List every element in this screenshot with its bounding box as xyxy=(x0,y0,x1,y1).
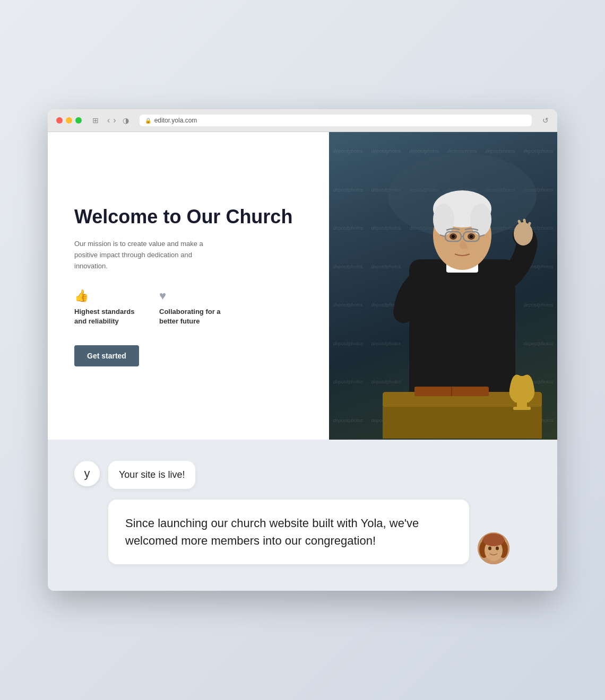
browser-window: ⊞ ‹ › ◑ 🔒 editor.yola.com ↺ Welcome to O… xyxy=(48,109,557,591)
browser-dots xyxy=(56,117,82,124)
get-started-button[interactable]: Get started xyxy=(74,345,139,366)
hero-description: Our mission is to create value and make … xyxy=(74,239,223,272)
live-message-text: Your site is live! xyxy=(119,469,185,480)
back-button[interactable]: ‹ xyxy=(107,116,110,125)
svg-point-35 xyxy=(483,533,504,546)
chat-message-row-testimonial: Since launching our church website built… xyxy=(74,500,531,564)
svg-line-20 xyxy=(524,220,525,224)
hero-image: depositphotos depositphotos depositphoto… xyxy=(329,132,557,440)
browser-nav: ‹ › xyxy=(107,116,116,125)
testimonial-text: Since launching our church website built… xyxy=(125,517,419,547)
hero-title: Welcome to Our Church xyxy=(74,205,302,228)
lock-icon: 🔒 xyxy=(145,118,151,124)
chat-message-row-live: y Your site is live! xyxy=(74,461,531,489)
svg-point-17 xyxy=(470,235,473,238)
thumbsup-icon: 👍 xyxy=(74,289,138,303)
address-bar[interactable]: 🔒 editor.yola.com xyxy=(140,115,532,126)
dot-close[interactable] xyxy=(56,117,63,124)
feature-label-standards: Highest standards and reliability xyxy=(74,307,138,326)
feature-item-collaborate: ♥ Collaborating for a better future xyxy=(159,289,223,326)
svg-line-21 xyxy=(529,223,530,226)
svg-point-34 xyxy=(496,547,499,550)
theme-icon[interactable]: ◑ xyxy=(123,116,129,125)
svg-rect-24 xyxy=(517,402,527,407)
testimonial-bubble: Since launching our church website built… xyxy=(108,500,469,564)
forward-button[interactable]: › xyxy=(113,116,116,125)
yola-avatar: y xyxy=(74,461,100,486)
svg-line-19 xyxy=(519,221,521,225)
dot-minimize[interactable] xyxy=(66,117,72,124)
svg-point-16 xyxy=(452,235,455,238)
features-row: 👍 Highest standards and reliability ♥ Co… xyxy=(74,289,302,326)
url-text: editor.yola.com xyxy=(154,117,197,124)
website-right-panel: depositphotos depositphotos depositphoto… xyxy=(329,132,557,440)
svg-rect-25 xyxy=(513,407,531,410)
live-message-bubble: Your site is live! xyxy=(108,461,195,489)
feature-item-standards: 👍 Highest standards and reliability xyxy=(74,289,138,326)
svg-point-7 xyxy=(433,204,454,235)
svg-point-33 xyxy=(488,547,491,550)
svg-rect-23 xyxy=(383,407,542,439)
browser-toolbar: ⊞ ‹ › ◑ 🔒 editor.yola.com ↺ xyxy=(48,109,557,132)
svg-point-8 xyxy=(470,204,491,235)
user-avatar xyxy=(478,532,509,564)
chat-section: y Your site is live! Since launching our… xyxy=(48,440,557,591)
dot-maximize[interactable] xyxy=(75,117,82,124)
refresh-button[interactable]: ↺ xyxy=(542,116,549,125)
website-left-panel: Welcome to Our Church Our mission is to … xyxy=(48,132,329,440)
priest-illustration xyxy=(367,143,557,440)
heart-icon: ♥ xyxy=(159,289,223,303)
feature-label-collaborate: Collaborating for a better future xyxy=(159,307,223,326)
website-content: Welcome to Our Church Our mission is to … xyxy=(48,132,557,440)
sidebar-icon[interactable]: ⊞ xyxy=(92,116,99,125)
